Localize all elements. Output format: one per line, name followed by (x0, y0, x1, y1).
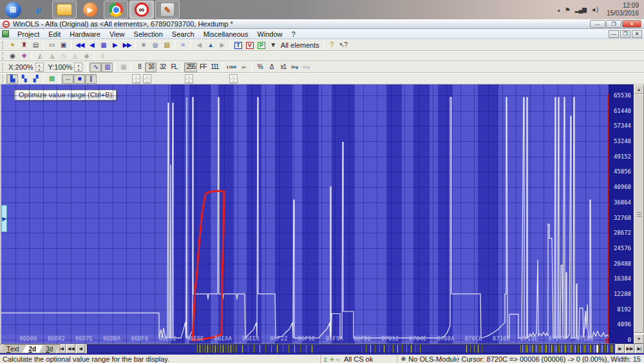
windows-icon[interactable]: ▣ (57, 41, 69, 50)
percent-mode-icon[interactable]: P (256, 41, 267, 50)
back-icon: ◀ (193, 41, 205, 50)
dec-display-button[interactable]: 255 (184, 63, 197, 72)
start-button-button[interactable]: ⊞ (1, 1, 25, 19)
optimize-x-icon[interactable]: ▞ (30, 74, 41, 84)
scrollbar-thumb[interactable] (634, 94, 644, 333)
tab-scroll-left-1[interactable]: ◀◀ (66, 344, 75, 353)
solid-view-button[interactable]: ■ (73, 74, 85, 84)
folder-search-icon[interactable]: ▧ (161, 41, 173, 50)
bars-view-icon[interactable]: ▥ (101, 63, 113, 72)
mdi-close-button[interactable]: ✕ (632, 30, 642, 38)
chrome-icon-button[interactable] (104, 1, 128, 19)
overview-mark (546, 345, 547, 353)
fit-width-button[interactable]: ↔ (62, 74, 73, 84)
x-zoom-spinner[interactable]: ▲▼ (35, 63, 44, 72)
menu-edit[interactable]: Edit (44, 30, 65, 39)
next-element-icon[interactable]: ▶ (109, 41, 120, 50)
volume-icon[interactable]: ◄) (591, 6, 598, 13)
menu-miscellaneous[interactable]: Miscellaneous (199, 30, 253, 39)
help-icon[interactable]: ? (326, 41, 337, 50)
scroll-up-button[interactable]: ▲ (634, 84, 644, 94)
explorer-icon-button[interactable] (52, 1, 77, 19)
tab-scroll-left-2[interactable]: ◀ (76, 344, 85, 353)
new-window-icon[interactable]: ▭ (46, 41, 57, 50)
overview-mark (361, 345, 362, 353)
ie-icon-button[interactable]: e (26, 1, 51, 19)
document-icon[interactable] (2, 30, 9, 37)
factor-button[interactable]: x1 (278, 63, 289, 72)
network-icon[interactable]: ▂▄▆ (575, 6, 586, 13)
tab-scroll-right-2[interactable]: ▶| (635, 344, 644, 353)
value-mode-icon[interactable]: V (244, 41, 256, 50)
tab-scroll-right-1[interactable]: ▶▶ (625, 344, 634, 353)
maximize-button[interactable]: ❐ (606, 20, 621, 28)
first-element-icon[interactable]: ◀◀ (73, 41, 86, 50)
mode-dropdown-icon[interactable]: ▼ (267, 41, 279, 50)
bin-display-button[interactable]: 111 (209, 63, 220, 72)
prev-element-icon[interactable]: ◀ (86, 41, 97, 50)
curve-view-icon[interactable]: ∿ (90, 63, 101, 72)
print-icon[interactable]: ▤ (30, 41, 41, 50)
element-list-icon[interactable]: ≡ (138, 41, 149, 50)
hexdump-2d-graph[interactable]: Optimize value range (Ctrl+B) ▶ 86D0686D… (1, 84, 609, 344)
search-icon[interactable]: ◎ (149, 41, 161, 50)
last-element-icon[interactable]: ▶▶ (120, 41, 133, 50)
media-player-icon-button[interactable]: ▶ (78, 1, 102, 19)
sign-button[interactable]: +/- (238, 63, 250, 72)
org-button[interactable]: Org (289, 63, 301, 72)
bits32-button[interactable]: 32 (156, 63, 168, 72)
hex-display-button[interactable]: FF (197, 63, 209, 72)
overview-cursor[interactable] (596, 345, 598, 353)
optimize-range-button[interactable]: ▙ (6, 74, 18, 84)
bits8-button[interactable]: 8 (133, 63, 145, 72)
minimize-button[interactable]: — (590, 20, 605, 28)
y-zoom-spinner[interactable]: ▲▼ (74, 63, 82, 72)
menu-search[interactable]: Search (167, 30, 199, 39)
action-center-icon[interactable]: ⚑ (565, 6, 571, 14)
paint-icon-button[interactable]: ✎ (155, 1, 180, 19)
close-button[interactable]: ✕ (622, 20, 641, 28)
percent-button[interactable]: % (254, 63, 266, 72)
tab-scroll-right-0[interactable]: ▶ (616, 344, 625, 353)
mdi-restore-button[interactable]: ❐ (620, 30, 630, 38)
x-axis-label: 86F22 (270, 335, 287, 342)
signal-icon[interactable]: ≈ (177, 41, 189, 50)
menu-project[interactable]: Project (13, 30, 44, 39)
scroll-down-button[interactable]: ▼ (634, 334, 644, 344)
taskbar-clock[interactable]: 12:09 15/03/2016 (603, 2, 639, 18)
explorer-icon (57, 4, 72, 15)
tray-chevron-icon[interactable]: ▴ (558, 7, 560, 13)
menu-selection[interactable]: Selection (129, 30, 167, 39)
import-icon[interactable]: ✦ (6, 41, 18, 50)
delta-button[interactable]: Δ (266, 63, 278, 72)
menu-view[interactable]: View (105, 30, 129, 39)
appearance-icon[interactable]: ❖ (18, 52, 30, 61)
x-axis-label: 86DF6 (131, 335, 148, 342)
element-type-label[interactable]: All elements (279, 41, 321, 49)
tab-text[interactable]: Text (0, 344, 26, 353)
tab-row: Text2d3d |◀◀◀◀ ▶▶▶▶| (0, 344, 644, 353)
menu-window[interactable]: Window (252, 30, 287, 39)
eye-icon[interactable]: ◉ (6, 52, 18, 61)
pause-view-button[interactable]: ∥ (85, 74, 97, 84)
element-grid-icon[interactable]: ▦ (97, 41, 109, 50)
color-map-icon[interactable]: ▩ (46, 74, 57, 84)
overview-mark (536, 345, 537, 353)
text-mode-icon[interactable]: T (232, 41, 244, 50)
menu-hardware[interactable]: Hardware (65, 30, 105, 39)
vertical-scrollbar[interactable]: ▲ ▼ (634, 84, 644, 344)
optimize-wand-icon[interactable]: ▚ (18, 74, 30, 84)
checksum-icon[interactable]: ▲ (205, 41, 216, 50)
overview-mark (520, 345, 521, 353)
lohi-button[interactable]: LOHI (225, 63, 238, 72)
overview-mark (384, 345, 384, 353)
context-help-icon[interactable]: ↖? (337, 41, 349, 50)
bitsfl-button[interactable]: FL (168, 63, 180, 72)
menu-help[interactable]: ? (287, 30, 300, 39)
winols-icon-button[interactable]: ∞ (129, 1, 154, 19)
toolbar-separator (191, 41, 191, 50)
overview-strip[interactable] (87, 344, 615, 353)
project-icon[interactable]: ♜ (18, 41, 30, 50)
bits16-button[interactable]: 16 (145, 63, 156, 72)
mdi-minimize-button[interactable]: — (609, 30, 619, 38)
